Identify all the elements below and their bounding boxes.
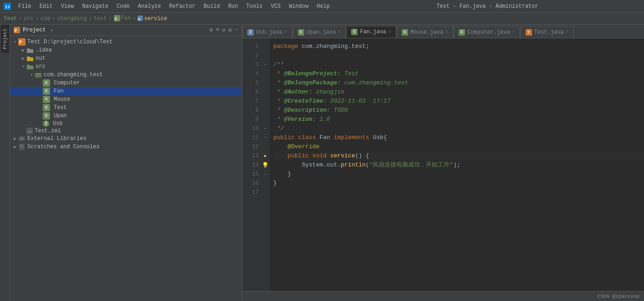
tab-close-fan[interactable]: × (388, 30, 391, 35)
tab-close-upan[interactable]: × (338, 30, 341, 35)
tree-item-extlibs[interactable]: ▶ External Libraries (10, 135, 242, 143)
settings-icon[interactable]: ⚙ (228, 26, 232, 34)
tree-item-testiml[interactable]: ▶ iml Test.iml (10, 127, 242, 135)
tree-item-computer[interactable]: ▶ C Computer (10, 79, 242, 87)
tree-item-fan[interactable]: ▶ C Fan (10, 87, 242, 95)
breadcrumb-src[interactable]: src (24, 16, 34, 22)
tree-item-idea[interactable]: ▶ .idea (10, 46, 242, 54)
gutter-5 (261, 78, 270, 88)
tab-usb[interactable]: I Usb.java × (242, 26, 292, 38)
line-num-1: 1 (246, 42, 259, 51)
tree-item-out[interactable]: ▶ out (10, 54, 242, 62)
gutter-16 (261, 179, 270, 188)
menu-build[interactable]: Build (200, 2, 224, 10)
tab-fan[interactable]: C Fan.java × (346, 26, 396, 38)
menu-window[interactable]: Window (285, 2, 312, 10)
code-line-5: * @BelongsPackage: com.zhangming.test (273, 78, 644, 88)
code-content[interactable]: package com.zhangming.test; /** * @Belon… (270, 38, 644, 291)
breadcrumb-service[interactable]: mservice (138, 16, 167, 22)
tree-label-out: out (36, 55, 46, 62)
sort-icon[interactable]: ⇄ (222, 26, 226, 34)
project-tab-label[interactable]: Project (1, 25, 9, 53)
tree-item-scratches[interactable]: ▶ Scratches and Consoles (10, 143, 242, 151)
tab-mouse[interactable]: C Mouse.java × (397, 26, 453, 38)
left-stripe: Project (0, 25, 10, 301)
code-line-9: * @Version: 1.0 (273, 115, 644, 124)
line-num-5: 5 (246, 78, 259, 88)
tree-label-com: com.zhangming.test (44, 72, 103, 78)
code-editor[interactable]: 1 2 3 4 5 6 7 8 9 10 11 12 13 14 15 16 1… (242, 38, 644, 291)
svg-text:P: P (15, 29, 17, 33)
extlibs-icon (18, 135, 26, 142)
line-num-13: 13 (246, 151, 259, 161)
code-line-2 (273, 51, 644, 60)
menu-vcs[interactable]: VCS (267, 2, 285, 10)
sidebar-header-icons: ⊕ ≡ ⇄ ⚙ − (210, 26, 238, 34)
menu-code[interactable]: Code (113, 2, 133, 10)
gutter: − − − ● 💡 − (261, 38, 270, 291)
code-line-10: */ (273, 124, 644, 133)
collapse-icon[interactable]: ≡ (216, 26, 220, 34)
line-num-15: 15 (246, 170, 259, 179)
class-icon-test: C (43, 104, 50, 111)
breadcrumb: Test › src › com › zhangming › test › CF… (0, 13, 644, 25)
tab-close-mouse[interactable]: × (445, 30, 448, 35)
menu-help[interactable]: Help (313, 2, 333, 10)
tab-upan[interactable]: C Upan.java × (293, 26, 346, 38)
editor-area: I Usb.java × C Upan.java × C Fan.java × … (242, 25, 644, 301)
class-icon-fan: C (43, 88, 50, 95)
breadcrumb-testpkg[interactable]: test (94, 16, 107, 22)
breadcrumb-fan[interactable]: CFan (114, 15, 131, 21)
menu-edit[interactable]: Edit (36, 2, 56, 10)
code-line-1: package com.zhangming.test; (273, 42, 644, 51)
tree-item-upan[interactable]: ▶ C Upan (10, 112, 242, 120)
tree-label-test-root: Test D:\project\cloud\Test (27, 39, 112, 45)
menu-navigate[interactable]: Navigate (78, 2, 112, 10)
menu-file[interactable]: File (15, 2, 35, 10)
tree-label-fan: Fan (54, 88, 64, 94)
tab-close-testjava[interactable]: × (566, 30, 569, 35)
gutter-12 (261, 142, 270, 151)
tree-item-com[interactable]: ▾ com.zhangming.test (10, 71, 242, 79)
tree-arrow: ▾ (12, 39, 18, 45)
tab-computer[interactable]: C Computer.java × (454, 26, 520, 38)
tab-testjava[interactable]: T Test.java × (521, 26, 574, 38)
breadcrumb-zhangming[interactable]: zhangming (57, 16, 87, 22)
menu-tools[interactable]: Tools (243, 2, 266, 10)
tree-item-src[interactable]: ▾ src (10, 62, 242, 71)
tree-item-usb[interactable]: ▶ I Usb (10, 120, 242, 127)
tree-label-usb: Usb (53, 120, 63, 127)
gutter-15-fold[interactable]: − (261, 170, 270, 179)
tree-label-idea: .idea (36, 47, 52, 53)
iml-icon: iml (26, 128, 33, 134)
tree-item-test-root[interactable]: ▾ P Test D:\project\cloud\Test (10, 38, 242, 46)
scratches-icon (18, 143, 26, 150)
gutter-14-bulb[interactable]: 💡 (261, 161, 270, 170)
locate-icon[interactable]: ⊕ (210, 26, 213, 34)
sidebar: P Project ▾ ⊕ ≡ ⇄ ⚙ − ▾ P Test D:\projec… (10, 25, 242, 301)
tab-icon-fan: C (351, 29, 358, 35)
project-tree: ▾ P Test D:\project\cloud\Test ▶ .idea ▶ (10, 36, 242, 301)
menu-refactor[interactable]: Refactor (165, 2, 199, 10)
menu-view[interactable]: View (57, 2, 78, 10)
tree-arrow-computer: ▶ (36, 80, 43, 86)
code-line-8: * @Description: TODO (273, 106, 644, 115)
menu-analyze[interactable]: Analyze (134, 2, 164, 10)
gutter-3-fold[interactable]: − (261, 60, 270, 69)
tab-close-computer[interactable]: × (512, 30, 515, 35)
tree-arrow-scratches: ▶ (12, 144, 18, 150)
gutter-11-fold[interactable]: − (261, 133, 270, 142)
tree-arrow-out: ▶ (20, 56, 26, 61)
menu-run[interactable]: Run (225, 2, 242, 10)
tree-arrow-upan: ▶ (36, 113, 43, 119)
tab-close-usb[interactable]: × (285, 30, 287, 35)
code-line-16: } (273, 179, 644, 188)
breadcrumb-test[interactable]: Test (4, 16, 17, 22)
tree-item-mouse[interactable]: ▶ C Mouse (10, 95, 242, 104)
minimize-icon[interactable]: − (235, 26, 238, 34)
code-line-15: } (273, 170, 644, 179)
tree-label-extlibs: External Libraries (27, 135, 87, 142)
breadcrumb-com[interactable]: com (41, 16, 51, 22)
tree-item-test-class[interactable]: ▶ C Test (10, 104, 242, 112)
gutter-10-fold[interactable]: − (261, 124, 270, 133)
